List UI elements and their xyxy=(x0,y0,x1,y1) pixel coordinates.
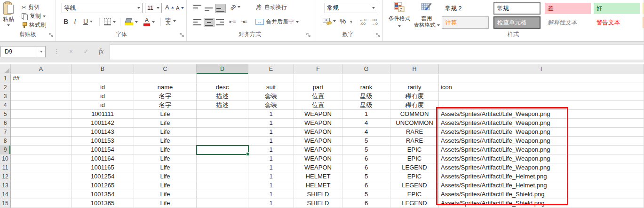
cancel-button[interactable]: × xyxy=(65,46,77,57)
cell-G12[interactable]: 5 xyxy=(342,172,390,181)
cell-C13[interactable]: Life xyxy=(134,181,197,190)
cell-H10[interactable]: EPIC xyxy=(390,154,439,163)
select-all-button[interactable] xyxy=(0,64,11,74)
align-center-button[interactable] xyxy=(204,18,215,27)
cell-F12[interactable]: HELMET xyxy=(294,172,342,181)
cell-H4[interactable]: 稀有度 xyxy=(390,101,439,110)
enter-button[interactable]: ✓ xyxy=(80,46,92,57)
column-header-G[interactable]: G xyxy=(342,64,390,74)
cell-I3[interactable] xyxy=(439,92,644,101)
cell-B6[interactable]: 1001142 xyxy=(72,119,134,128)
cell-style-warning[interactable]: 警告文本 xyxy=(593,16,640,29)
cell-style-normal2[interactable]: 常规 2 xyxy=(442,2,489,15)
cell-C4[interactable]: 名字 xyxy=(134,101,197,110)
cell-style-explain[interactable]: 解释性文本 xyxy=(544,16,591,29)
percent-style-button[interactable]: % xyxy=(340,17,346,25)
number-dialog-launcher-icon[interactable] xyxy=(375,32,381,38)
font-dialog-launcher-icon[interactable] xyxy=(179,32,185,38)
cell-style-good[interactable]: 好 xyxy=(593,2,640,15)
cell-F13[interactable]: HELMET xyxy=(294,181,342,190)
cell-F3[interactable]: 位置 xyxy=(294,92,342,101)
row-header-4[interactable]: 4 xyxy=(0,101,11,110)
cell-H5[interactable]: COMMON xyxy=(390,110,439,119)
formula-bar-grip-icon[interactable]: ⋮ xyxy=(54,46,60,57)
cell-E4[interactable]: 套装 xyxy=(248,101,294,110)
cell-H6[interactable]: UNCOMMON xyxy=(390,119,439,128)
cell-I12[interactable]: Assets/Sprites/Artifact/Life_Helmet.png xyxy=(439,172,644,181)
cell-A12[interactable] xyxy=(11,172,72,181)
column-header-C[interactable]: C xyxy=(134,64,197,74)
insert-function-button[interactable]: fx xyxy=(95,46,107,57)
column-header-A[interactable]: A xyxy=(11,64,72,74)
row-header-2[interactable]: 2 xyxy=(0,83,11,92)
cell-G2[interactable]: rank xyxy=(342,83,390,92)
column-header-F[interactable]: F xyxy=(294,64,342,74)
cell-H7[interactable]: RARE xyxy=(390,128,439,137)
cell-G1[interactable] xyxy=(342,74,390,83)
cell-F2[interactable]: part xyxy=(294,83,342,92)
cell-G10[interactable]: 6 xyxy=(342,154,390,163)
font-size-combo[interactable]: 11 xyxy=(145,3,162,13)
row-header-8[interactable]: 8 xyxy=(0,137,11,146)
column-header-B[interactable]: B xyxy=(72,64,134,74)
cell-I13[interactable]: Assets/Sprites/Artifact/Life_Helmet.png xyxy=(439,181,644,190)
cell-F8[interactable]: WEAPON xyxy=(294,137,342,146)
orientation-button[interactable]: ab xyxy=(230,4,240,10)
cell-C15[interactable]: Life xyxy=(134,199,197,208)
decrease-indent-button[interactable]: ⇤≡ xyxy=(229,19,236,25)
cell-I2[interactable]: icon xyxy=(439,83,644,92)
font-name-combo[interactable]: 等线 xyxy=(62,3,143,13)
cell-I9[interactable]: Assets/Sprites/Artifact/Life_Weapon.png xyxy=(439,146,644,154)
format-painter-button[interactable]: 格式刷 xyxy=(22,21,46,29)
alignment-dialog-launcher-icon[interactable] xyxy=(306,32,311,38)
name-box-dropdown[interactable] xyxy=(37,46,45,57)
italic-button[interactable]: I xyxy=(74,18,76,25)
cell-F10[interactable]: WEAPON xyxy=(294,154,342,163)
bold-button[interactable]: B xyxy=(64,18,68,25)
cell-A9[interactable] xyxy=(11,146,72,154)
cell-I11[interactable]: Assets/Sprites/Artifact/Life_Weapon.png xyxy=(439,163,644,172)
cell-G3[interactable]: 星级 xyxy=(342,92,390,101)
cell-H11[interactable]: LEGEND xyxy=(390,163,439,172)
column-header-I[interactable]: I xyxy=(439,64,644,74)
cell-F9[interactable]: WEAPON xyxy=(294,146,342,154)
cell-B14[interactable]: 1001354 xyxy=(72,190,134,199)
row-header-6[interactable]: 6 xyxy=(0,119,11,128)
cell-G8[interactable]: 5 xyxy=(342,137,390,146)
cell-B9[interactable]: 1001154 xyxy=(72,146,134,154)
cell-F4[interactable]: 位置 xyxy=(294,101,342,110)
cell-F7[interactable]: WEAPON xyxy=(294,128,342,137)
cell-B8[interactable]: 1001153 xyxy=(72,137,134,146)
cell-H9[interactable]: EPIC xyxy=(390,146,439,154)
cell-F5[interactable]: WEAPON xyxy=(294,110,342,119)
cell-style-normal[interactable]: 常规 xyxy=(493,2,541,15)
cell-D9[interactable] xyxy=(197,146,248,154)
align-left-button[interactable] xyxy=(192,18,202,26)
cell-style-check[interactable]: 检查单元格 xyxy=(493,16,541,29)
cell-A1[interactable]: ## xyxy=(11,74,72,83)
cell-G15[interactable]: 6 xyxy=(342,199,390,208)
row-header-15[interactable]: 15 xyxy=(0,199,11,208)
row-header-5[interactable]: 5 xyxy=(0,110,11,119)
cell-D6[interactable] xyxy=(197,119,248,128)
cell-B7[interactable]: 1001143 xyxy=(72,128,134,137)
cell-I10[interactable]: Assets/Sprites/Artifact/Life_Weapon.png xyxy=(439,154,644,163)
cell-B12[interactable]: 1001254 xyxy=(72,172,134,181)
cell-E1[interactable] xyxy=(248,74,294,83)
align-right-button[interactable] xyxy=(215,18,225,26)
cell-D8[interactable] xyxy=(197,137,248,146)
cell-E11[interactable]: 1 xyxy=(248,163,294,172)
cell-H14[interactable]: EPIC xyxy=(390,190,439,199)
row-header-9[interactable]: 9 xyxy=(0,146,11,154)
row-header-12[interactable]: 12 xyxy=(0,172,11,181)
increase-font-size-button[interactable]: A xyxy=(165,4,174,11)
cell-E2[interactable]: suit xyxy=(248,83,294,92)
cell-C5[interactable]: Life xyxy=(134,110,197,119)
cell-D14[interactable] xyxy=(197,190,248,199)
cell-D13[interactable] xyxy=(197,181,248,190)
cell-E12[interactable]: 1 xyxy=(248,172,294,181)
cell-B1[interactable] xyxy=(72,74,134,83)
cell-H8[interactable]: RARE xyxy=(390,137,439,146)
cell-C7[interactable]: Life xyxy=(134,128,197,137)
cell-I14[interactable]: Assets/Sprites/Artifact/Life_Shield.png xyxy=(439,190,644,199)
